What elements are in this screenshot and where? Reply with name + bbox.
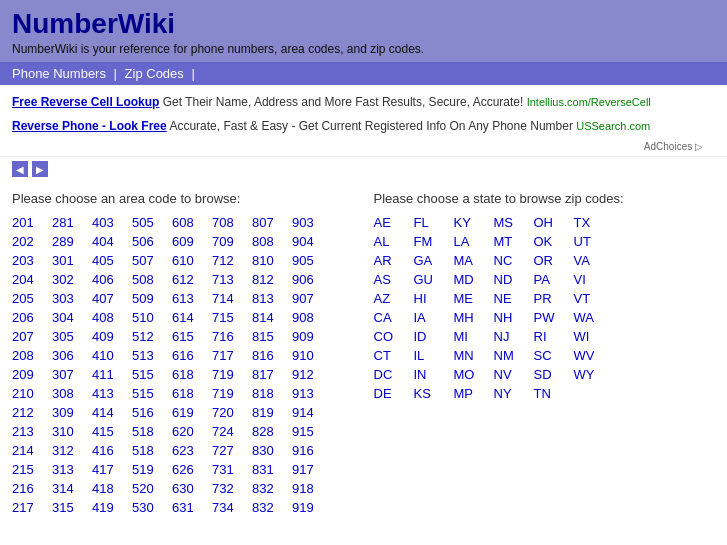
state-link[interactable]: MI (454, 328, 494, 345)
area-code-link[interactable]: 213 (12, 423, 52, 440)
area-code-link[interactable]: 819 (252, 404, 292, 421)
area-code-link[interactable]: 208 (12, 347, 52, 364)
area-code-link[interactable]: 209 (12, 366, 52, 383)
area-code-link[interactable]: 610 (172, 252, 212, 269)
area-code-link[interactable]: 631 (172, 499, 212, 516)
area-code-link[interactable]: 408 (92, 309, 132, 326)
area-code-link[interactable]: 714 (212, 290, 252, 307)
area-code-link[interactable]: 216 (12, 480, 52, 497)
area-code-link[interactable]: 716 (212, 328, 252, 345)
state-link[interactable]: AE (374, 214, 414, 231)
area-code-link[interactable]: 417 (92, 461, 132, 478)
area-code-link[interactable]: 314 (52, 480, 92, 497)
area-code-link[interactable]: 205 (12, 290, 52, 307)
area-code-link[interactable]: 713 (212, 271, 252, 288)
state-link[interactable]: AS (374, 271, 414, 288)
area-code-link[interactable]: 414 (92, 404, 132, 421)
state-link[interactable]: NV (494, 366, 534, 383)
area-code-link[interactable]: 210 (12, 385, 52, 402)
area-code-link[interactable]: 909 (292, 328, 332, 345)
area-code-link[interactable]: 509 (132, 290, 172, 307)
area-code-link[interactable]: 818 (252, 385, 292, 402)
area-code-link[interactable]: 618 (172, 366, 212, 383)
state-link[interactable]: TX (574, 214, 614, 231)
next-arrow[interactable]: ▶ (32, 161, 48, 177)
state-link[interactable]: NM (494, 347, 534, 364)
nav-zip-codes[interactable]: Zip Codes (125, 66, 184, 81)
area-code-link[interactable]: 206 (12, 309, 52, 326)
area-code-link[interactable]: 817 (252, 366, 292, 383)
area-code-link[interactable]: 312 (52, 442, 92, 459)
area-code-link[interactable]: 919 (292, 499, 332, 516)
state-link[interactable]: IL (414, 347, 454, 364)
area-code-link[interactable]: 832 (252, 480, 292, 497)
area-code-link[interactable]: 734 (212, 499, 252, 516)
area-code-link[interactable]: 301 (52, 252, 92, 269)
state-link[interactable]: NE (494, 290, 534, 307)
state-link[interactable]: IA (414, 309, 454, 326)
area-code-link[interactable]: 308 (52, 385, 92, 402)
state-link[interactable]: VA (574, 252, 614, 269)
state-link[interactable]: DC (374, 366, 414, 383)
area-code-link[interactable]: 303 (52, 290, 92, 307)
state-link[interactable]: GA (414, 252, 454, 269)
state-link[interactable]: MT (494, 233, 534, 250)
area-code-link[interactable]: 918 (292, 480, 332, 497)
prev-arrow[interactable]: ◀ (12, 161, 28, 177)
area-code-link[interactable]: 406 (92, 271, 132, 288)
area-code-link[interactable]: 302 (52, 271, 92, 288)
area-code-link[interactable]: 214 (12, 442, 52, 459)
state-link[interactable]: SC (534, 347, 574, 364)
state-link[interactable]: KS (414, 385, 454, 402)
state-link[interactable]: WY (574, 366, 614, 383)
state-link[interactable]: PR (534, 290, 574, 307)
area-code-link[interactable]: 732 (212, 480, 252, 497)
area-code-link[interactable]: 516 (132, 404, 172, 421)
state-link[interactable]: CA (374, 309, 414, 326)
state-link[interactable]: PA (534, 271, 574, 288)
area-code-link[interactable]: 306 (52, 347, 92, 364)
state-link[interactable]: OK (534, 233, 574, 250)
area-code-link[interactable]: 613 (172, 290, 212, 307)
area-code-link[interactable]: 623 (172, 442, 212, 459)
area-code-link[interactable]: 810 (252, 252, 292, 269)
area-code-link[interactable]: 281 (52, 214, 92, 231)
area-code-link[interactable]: 719 (212, 385, 252, 402)
state-link[interactable]: OR (534, 252, 574, 269)
state-link[interactable]: TN (534, 385, 574, 402)
area-code-link[interactable]: 709 (212, 233, 252, 250)
state-link[interactable]: ME (454, 290, 494, 307)
area-code-link[interactable]: 807 (252, 214, 292, 231)
area-code-link[interactable]: 813 (252, 290, 292, 307)
area-code-link[interactable]: 215 (12, 461, 52, 478)
area-code-link[interactable]: 830 (252, 442, 292, 459)
state-link[interactable]: PW (534, 309, 574, 326)
area-code-link[interactable]: 518 (132, 442, 172, 459)
area-code-link[interactable]: 313 (52, 461, 92, 478)
area-code-link[interactable]: 515 (132, 366, 172, 383)
state-link[interactable]: VI (574, 271, 614, 288)
ad1-title[interactable]: Free Reverse Cell Lookup (12, 95, 159, 109)
area-code-link[interactable]: 814 (252, 309, 292, 326)
area-code-link[interactable]: 520 (132, 480, 172, 497)
area-code-link[interactable]: 903 (292, 214, 332, 231)
area-code-link[interactable]: 620 (172, 423, 212, 440)
state-link[interactable]: VT (574, 290, 614, 307)
area-code-link[interactable]: 912 (292, 366, 332, 383)
area-code-link[interactable]: 816 (252, 347, 292, 364)
state-link[interactable]: RI (534, 328, 574, 345)
area-code-link[interactable]: 413 (92, 385, 132, 402)
area-code-link[interactable]: 618 (172, 385, 212, 402)
area-code-link[interactable]: 407 (92, 290, 132, 307)
area-code-link[interactable]: 913 (292, 385, 332, 402)
area-code-link[interactable]: 626 (172, 461, 212, 478)
state-link[interactable]: DE (374, 385, 414, 402)
state-link[interactable]: OH (534, 214, 574, 231)
area-code-link[interactable]: 815 (252, 328, 292, 345)
area-code-link[interactable]: 916 (292, 442, 332, 459)
area-code-link[interactable]: 415 (92, 423, 132, 440)
area-code-link[interactable]: 507 (132, 252, 172, 269)
area-code-link[interactable]: 201 (12, 214, 52, 231)
area-code-link[interactable]: 831 (252, 461, 292, 478)
state-link[interactable]: ID (414, 328, 454, 345)
